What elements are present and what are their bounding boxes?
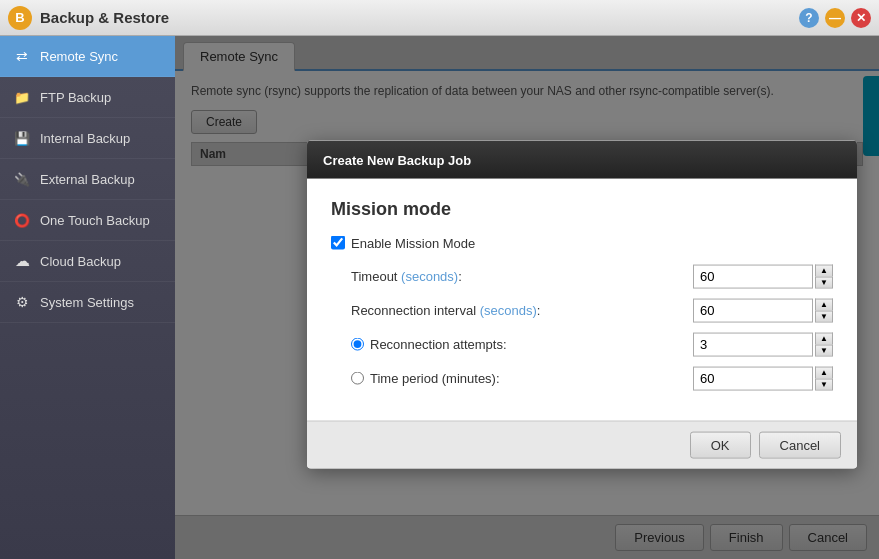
modal-create-backup: Create New Backup Job Mission mode Enabl… <box>307 140 857 468</box>
time-period-row: Time period (minutes): ▲ ▼ <box>331 366 833 390</box>
reconnection-attempts-input[interactable] <box>693 332 813 356</box>
reconnection-interval-row: Reconnection interval (seconds): ▲ ▼ <box>331 298 833 322</box>
modal-title: Create New Backup Job <box>323 152 471 167</box>
reconnection-attempts-row: Reconnection attempts: ▲ ▼ <box>331 332 833 356</box>
timeout-unit: (seconds) <box>401 269 458 284</box>
internal-icon <box>12 128 32 148</box>
app-body: Remote Sync FTP Backup Internal Backup E… <box>0 36 879 559</box>
app-icon: B <box>8 6 32 30</box>
modal-ok-button[interactable]: OK <box>690 431 751 458</box>
help-button[interactable]: ? <box>799 8 819 28</box>
timeout-input[interactable] <box>693 264 813 288</box>
external-icon <box>12 169 32 189</box>
time-period-up[interactable]: ▲ <box>815 366 833 378</box>
enable-mission-mode-row: Enable Mission Mode <box>331 235 833 250</box>
sidebar-label-ftp-backup: FTP Backup <box>40 90 111 105</box>
modal-subtitle: Mission mode <box>331 198 833 219</box>
reconnection-attempts-control: ▲ ▼ <box>693 332 833 356</box>
reconnection-interval-unit: (seconds) <box>480 303 537 318</box>
minimize-button[interactable]: — <box>825 8 845 28</box>
reconnection-attempts-radio[interactable] <box>351 338 364 351</box>
sidebar-item-one-touch-backup[interactable]: One Touch Backup <box>0 200 175 241</box>
modal-title-bar: Create New Backup Job <box>307 140 857 178</box>
time-period-input[interactable] <box>693 366 813 390</box>
sidebar-label-external-backup: External Backup <box>40 172 135 187</box>
reconnection-interval-spinner: ▲ ▼ <box>815 298 833 322</box>
sidebar-label-cloud-backup: Cloud Backup <box>40 254 121 269</box>
sidebar-label-internal-backup: Internal Backup <box>40 131 130 146</box>
timeout-up[interactable]: ▲ <box>815 264 833 276</box>
timeout-label: Timeout (seconds): <box>351 269 693 284</box>
sidebar: Remote Sync FTP Backup Internal Backup E… <box>0 36 175 559</box>
modal-cancel-button[interactable]: Cancel <box>759 431 841 458</box>
remote-sync-icon <box>12 46 32 66</box>
onetouch-icon <box>12 210 32 230</box>
cloud-icon <box>12 251 32 271</box>
reconnection-interval-down[interactable]: ▼ <box>815 310 833 322</box>
content-area: Remote Sync Remote sync (rsync) supports… <box>175 36 879 559</box>
title-bar: B Backup & Restore ? — ✕ <box>0 0 879 36</box>
time-period-radio[interactable] <box>351 372 364 385</box>
reconnection-interval-input[interactable] <box>693 298 813 322</box>
time-period-label[interactable]: Time period (minutes): <box>370 371 693 386</box>
timeout-down[interactable]: ▼ <box>815 276 833 288</box>
reconnection-interval-up[interactable]: ▲ <box>815 298 833 310</box>
reconnection-attempts-spinner: ▲ ▼ <box>815 332 833 356</box>
sidebar-item-system-settings[interactable]: System Settings <box>0 282 175 323</box>
sidebar-label-system-settings: System Settings <box>40 295 134 310</box>
ftp-icon <box>12 87 32 107</box>
sidebar-item-remote-sync[interactable]: Remote Sync <box>0 36 175 77</box>
app-title: Backup & Restore <box>40 9 799 26</box>
enable-mission-mode-label[interactable]: Enable Mission Mode <box>351 235 475 250</box>
reconnection-interval-label: Reconnection interval (seconds): <box>351 303 693 318</box>
svg-text:B: B <box>15 10 24 25</box>
sidebar-item-ftp-backup[interactable]: FTP Backup <box>0 77 175 118</box>
time-period-control: ▲ ▼ <box>693 366 833 390</box>
modal-body: Mission mode Enable Mission Mode Timeout… <box>307 178 857 420</box>
timeout-row: Timeout (seconds): ▲ ▼ <box>331 264 833 288</box>
window-controls: ? — ✕ <box>799 8 871 28</box>
settings-icon <box>12 292 32 312</box>
timeout-spinner: ▲ ▼ <box>815 264 833 288</box>
reconnection-attempts-up[interactable]: ▲ <box>815 332 833 344</box>
modal-footer: OK Cancel <box>307 420 857 468</box>
reconnection-attempts-label[interactable]: Reconnection attempts: <box>370 337 693 352</box>
sidebar-label-remote-sync: Remote Sync <box>40 49 118 64</box>
time-period-spinner: ▲ ▼ <box>815 366 833 390</box>
close-button[interactable]: ✕ <box>851 8 871 28</box>
sidebar-label-one-touch-backup: One Touch Backup <box>40 213 150 228</box>
reconnection-interval-control: ▲ ▼ <box>693 298 833 322</box>
sidebar-item-cloud-backup[interactable]: Cloud Backup <box>0 241 175 282</box>
timeout-control: ▲ ▼ <box>693 264 833 288</box>
time-period-down[interactable]: ▼ <box>815 378 833 390</box>
sidebar-item-internal-backup[interactable]: Internal Backup <box>0 118 175 159</box>
sidebar-item-external-backup[interactable]: External Backup <box>0 159 175 200</box>
reconnection-attempts-down[interactable]: ▼ <box>815 344 833 356</box>
enable-mission-mode-checkbox[interactable] <box>331 236 345 250</box>
